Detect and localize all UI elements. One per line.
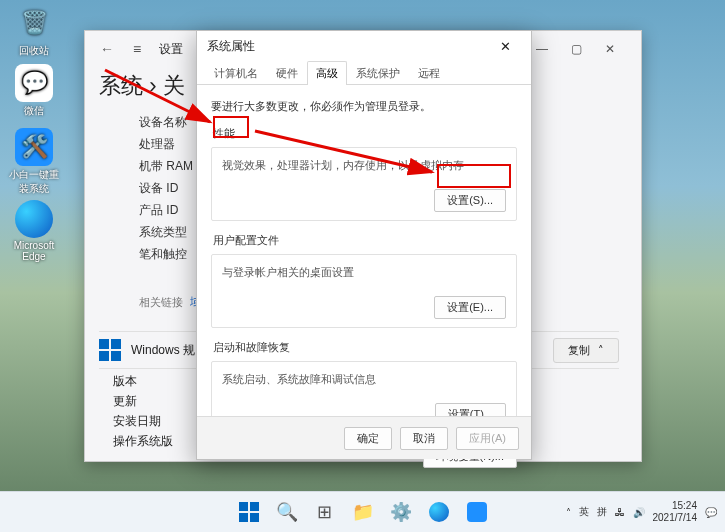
tray-chevron-icon[interactable]: ˄	[566, 507, 571, 518]
label-update: 更新	[113, 391, 173, 411]
performance-settings-button[interactable]: 设置(S)...	[434, 189, 506, 212]
start-button[interactable]	[233, 496, 265, 528]
label-version: 版本	[113, 371, 173, 391]
desktop-icon-label: Microsoft Edge	[6, 240, 62, 262]
desktop-icon-label: 回收站	[6, 44, 62, 58]
desktop-icon-wechat[interactable]: 💬 微信	[6, 64, 62, 118]
tab-remote[interactable]: 远程	[409, 61, 449, 85]
tool-icon: 🛠️	[15, 128, 53, 166]
dialog-title: 系统属性	[207, 38, 255, 55]
task-view-button[interactable]: ⊞	[309, 496, 341, 528]
taskbar-clock[interactable]: 15:24 2021/7/14	[653, 500, 698, 524]
label-os-build: 操作系统版	[113, 431, 173, 451]
network-icon[interactable]: 🖧	[615, 507, 625, 518]
desktop-icon-tool[interactable]: 🛠️ 小白一键重装系统	[6, 128, 62, 196]
performance-title: 性能	[211, 124, 517, 143]
user-profile-title: 用户配置文件	[211, 231, 517, 250]
user-profile-section: 用户配置文件 与登录帐户相关的桌面设置 设置(E)...	[211, 231, 517, 328]
desktop-icon-recycle-bin[interactable]: 🗑️ 回收站	[6, 4, 62, 58]
maximize-button[interactable]: ▢	[559, 35, 593, 63]
copy-button[interactable]: 复制 ˄	[553, 338, 619, 363]
performance-desc: 视觉效果，处理器计划，内存使用，以及虚拟内存	[222, 158, 506, 173]
desktop-icon-edge[interactable]: Microsoft Edge	[6, 200, 62, 262]
label-install-date: 安装日期	[113, 411, 173, 431]
dialog-close-button[interactable]: ✕	[489, 32, 521, 60]
dialog-footer: 确定 取消 应用(A)	[197, 416, 531, 459]
edge-icon	[15, 200, 53, 238]
related-links-label: 相关链接	[139, 296, 183, 308]
notifications-icon[interactable]: 💬	[705, 507, 717, 518]
settings-title-label: 设置	[159, 41, 183, 58]
back-button[interactable]: ←	[99, 41, 115, 57]
user-profile-desc: 与登录帐户相关的桌面设置	[222, 265, 506, 280]
wechat-icon: 💬	[15, 64, 53, 102]
taskbar-center: 🔍 ⊞ 📁 ⚙️	[233, 496, 493, 528]
clock-date: 2021/7/14	[653, 512, 698, 524]
recycle-bin-icon: 🗑️	[15, 4, 53, 42]
copy-button-label: 复制	[568, 343, 590, 358]
ime-language[interactable]: 英	[579, 505, 589, 519]
performance-section: 性能 视觉效果，处理器计划，内存使用，以及虚拟内存 设置(S)...	[211, 124, 517, 221]
tool-icon	[467, 502, 487, 522]
cancel-button[interactable]: 取消	[400, 427, 448, 450]
windows-spec-details: 版本 更新 安装日期 操作系统版	[113, 371, 173, 451]
system-properties-dialog: 系统属性 ✕ 计算机名 硬件 高级 系统保护 远程 要进行大多数更改，你必须作为…	[196, 30, 532, 460]
breadcrumb-part: 关	[163, 73, 185, 98]
admin-note: 要进行大多数更改，你必须作为管理员登录。	[211, 99, 517, 114]
windows-logo-icon	[239, 502, 259, 522]
dialog-tabs: 计算机名 硬件 高级 系统保护 远程	[197, 61, 531, 85]
windows-spec-label: Windows 规	[131, 342, 195, 359]
taskbar-app-edge[interactable]	[423, 496, 455, 528]
clock-time: 15:24	[653, 500, 698, 512]
taskbar-tray: ˄ 英 拼 🖧 🔊 15:24 2021/7/14 💬	[566, 500, 726, 524]
tab-hardware[interactable]: 硬件	[267, 61, 307, 85]
dialog-titlebar[interactable]: 系统属性 ✕	[197, 31, 531, 61]
windows-logo-icon	[99, 339, 121, 361]
startup-title: 启动和故障恢复	[211, 338, 517, 357]
edge-icon	[429, 502, 449, 522]
ok-button[interactable]: 确定	[344, 427, 392, 450]
taskbar-app-tool[interactable]	[461, 496, 493, 528]
startup-desc: 系统启动、系统故障和调试信息	[222, 372, 506, 387]
user-profile-settings-button[interactable]: 设置(E)...	[434, 296, 506, 319]
close-button[interactable]: ✕	[593, 35, 627, 63]
hamburger-icon[interactable]: ≡	[129, 41, 145, 57]
taskbar-app-explorer[interactable]: 📁	[347, 496, 379, 528]
chevron-up-icon: ˄	[598, 344, 604, 357]
desktop: 🗑️ 回收站 💬 微信 🛠️ 小白一键重装系统 Microsoft Edge ←…	[0, 0, 725, 532]
tab-system-protection[interactable]: 系统保护	[347, 61, 409, 85]
tab-advanced[interactable]: 高级	[307, 61, 347, 85]
breadcrumb-part[interactable]: 系统	[99, 73, 143, 98]
tab-computer-name[interactable]: 计算机名	[205, 61, 267, 85]
taskbar: 🔍 ⊞ 📁 ⚙️ ˄ 英 拼 🖧 🔊 15:24 2021/7/14 💬	[0, 491, 725, 532]
desktop-icon-label: 小白一键重装系统	[6, 168, 62, 196]
desktop-icon-label: 微信	[6, 104, 62, 118]
ime-mode[interactable]: 拼	[597, 505, 607, 519]
volume-icon[interactable]: 🔊	[633, 507, 645, 518]
taskbar-app-settings[interactable]: ⚙️	[385, 496, 417, 528]
search-button[interactable]: 🔍	[271, 496, 303, 528]
apply-button: 应用(A)	[456, 427, 519, 450]
breadcrumb-sep: ›	[149, 73, 156, 98]
